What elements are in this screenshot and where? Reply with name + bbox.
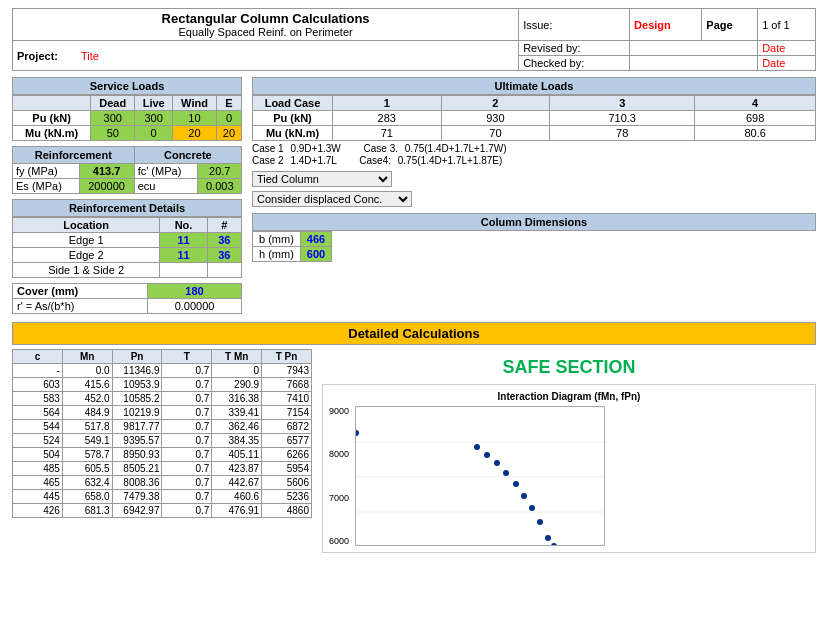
svg-point-5 bbox=[484, 452, 490, 458]
case1-formula: 0.9D+1.3W bbox=[290, 143, 340, 154]
case2-formula: 1.4D+1.7L bbox=[290, 155, 336, 166]
svg-point-10 bbox=[529, 505, 535, 511]
service-loads-header: Service Loads bbox=[12, 77, 242, 95]
reinforcement-header: Reinforcement bbox=[13, 147, 135, 164]
page-title: Rectangular Column Calculations bbox=[15, 11, 516, 26]
ecu-label: ecu bbox=[134, 179, 198, 194]
fy-value: 413.7 bbox=[79, 164, 134, 179]
rho-value: 0.00000 bbox=[148, 299, 242, 314]
page-subtitle: Equally Spaced Reinf. on Perimeter bbox=[15, 26, 516, 38]
project-label: Project: bbox=[17, 50, 58, 62]
table-row: 504 578.7 8950.93 0.7 405.11 6266 bbox=[13, 448, 312, 462]
svg-point-8 bbox=[513, 481, 519, 487]
case1-label: Case 1 bbox=[252, 143, 284, 154]
edge2-no: 11 bbox=[160, 248, 208, 263]
case3-label: Case 3. bbox=[364, 143, 398, 154]
edge1-label: Edge 1 bbox=[13, 233, 160, 248]
cover-value: 180 bbox=[148, 284, 242, 299]
mu1: 71 bbox=[333, 126, 442, 141]
svg-point-6 bbox=[494, 460, 500, 466]
fy-label: fy (MPa) bbox=[13, 164, 80, 179]
displaced-conc-dropdown[interactable]: Consider displaced Conc. Ignore displace… bbox=[252, 191, 412, 207]
es-label: Es (MPa) bbox=[13, 179, 80, 194]
pu1: 283 bbox=[333, 111, 442, 126]
side-hash bbox=[207, 263, 241, 278]
b-label: b (mm) bbox=[253, 232, 301, 247]
svg-point-7 bbox=[503, 470, 509, 476]
revised-label: Revised by: bbox=[523, 42, 580, 54]
diagram-title: Interaction Diagram (fMn, fPn) bbox=[329, 391, 809, 402]
detailed-calc-header: Detailed Calculations bbox=[12, 322, 816, 345]
side-no bbox=[160, 263, 208, 278]
interaction-diagram bbox=[355, 406, 605, 546]
issue-value: Design bbox=[634, 19, 671, 31]
svg-point-9 bbox=[521, 493, 527, 499]
svg-point-4 bbox=[474, 444, 480, 450]
y-label-9000: 9000 bbox=[329, 406, 349, 416]
mu4: 80.6 bbox=[695, 126, 816, 141]
edge2-label: Edge 2 bbox=[13, 248, 160, 263]
y-label-8000: 8000 bbox=[329, 449, 349, 459]
tied-column-row: Tied Column Spiral Column bbox=[252, 171, 816, 187]
h-label: h (mm) bbox=[253, 247, 301, 262]
table-row: 583 452.0 10585.2 0.7 316.38 7410 bbox=[13, 392, 312, 406]
edge1-hash: 36 bbox=[207, 233, 241, 248]
pu3: 710.3 bbox=[550, 111, 695, 126]
mu-dead: 50 bbox=[91, 126, 135, 141]
table-row: 485 605.5 8505.21 0.7 423.87 5954 bbox=[13, 462, 312, 476]
project-value: Tite bbox=[81, 50, 99, 62]
b-value: 466 bbox=[300, 232, 331, 247]
table-row: 544 517.8 9817.77 0.7 362.46 6872 bbox=[13, 420, 312, 434]
es-value: 200000 bbox=[79, 179, 134, 194]
mu3: 78 bbox=[550, 126, 695, 141]
pu-label: Pu (kN) bbox=[13, 111, 91, 126]
table-row: 603 415.6 10953.9 0.7 290.9 7668 bbox=[13, 378, 312, 392]
table-row: 564 484.9 10219.9 0.7 339.41 7154 bbox=[13, 406, 312, 420]
ecu-value: 0.003 bbox=[198, 179, 242, 194]
mu-e: 20 bbox=[216, 126, 241, 141]
table-row: - 0.0 11346.9 0.7 0 7943 bbox=[13, 364, 312, 378]
y-label-6000: 6000 bbox=[329, 536, 349, 546]
safe-section-text: SAFE SECTION bbox=[322, 357, 816, 378]
svg-point-12 bbox=[545, 535, 551, 541]
y-label-7000: 7000 bbox=[329, 493, 349, 503]
ultimate-loads-header: Ultimate Loads bbox=[252, 77, 816, 95]
cover-label: Cover (mm) bbox=[13, 284, 148, 299]
pu4: 698 bbox=[695, 111, 816, 126]
checked-value: Date bbox=[762, 57, 785, 69]
case4-formula: 0.75(1.4D+1.7L+1.87E) bbox=[398, 155, 503, 166]
case4-label: Case4: bbox=[359, 155, 391, 166]
mu-label: Mu (kN.m) bbox=[13, 126, 91, 141]
case2-label: Case 2 bbox=[252, 155, 284, 166]
fc-label: fc' (MPa) bbox=[134, 164, 198, 179]
pu-dead: 300 bbox=[91, 111, 135, 126]
mu-live: 0 bbox=[135, 126, 173, 141]
tied-column-dropdown[interactable]: Tied Column Spiral Column bbox=[252, 171, 392, 187]
pu2: 930 bbox=[441, 111, 550, 126]
page-value: 1 of 1 bbox=[762, 19, 790, 31]
pu-wind: 10 bbox=[173, 111, 217, 126]
revised-value: Date bbox=[762, 42, 785, 54]
edge2-hash: 36 bbox=[207, 248, 241, 263]
table-row: 426 681.3 6942.97 0.7 476.91 4860 bbox=[13, 504, 312, 518]
col-dim-header: Column Dimensions bbox=[252, 213, 816, 231]
checked-label: Checked by: bbox=[523, 57, 584, 69]
mu2: 70 bbox=[441, 126, 550, 141]
pu-live: 300 bbox=[135, 111, 173, 126]
page-label: Page bbox=[706, 19, 732, 31]
fc-value: 20.7 bbox=[198, 164, 242, 179]
edge1-no: 11 bbox=[160, 233, 208, 248]
side-label: Side 1 & Side 2 bbox=[13, 263, 160, 278]
mu-wind: 20 bbox=[173, 126, 217, 141]
svg-point-13 bbox=[551, 543, 557, 546]
svg-point-3 bbox=[355, 430, 359, 436]
svg-point-11 bbox=[537, 519, 543, 525]
table-row: 524 549.1 9395.57 0.7 384.35 6577 bbox=[13, 434, 312, 448]
table-row: 465 632.4 8008.36 0.7 442.67 5606 bbox=[13, 476, 312, 490]
reinf-details-header: Reinforcement Details bbox=[12, 199, 242, 217]
concrete-header: Concrete bbox=[134, 147, 241, 164]
case3-formula: 0.75(1.4D+1.7L+1.7W) bbox=[405, 143, 507, 154]
issue-label: Issue: bbox=[523, 19, 552, 31]
displaced-conc-row: Consider displaced Conc. Ignore displace… bbox=[252, 191, 816, 207]
rho-label: r' = As/(b*h) bbox=[13, 299, 148, 314]
